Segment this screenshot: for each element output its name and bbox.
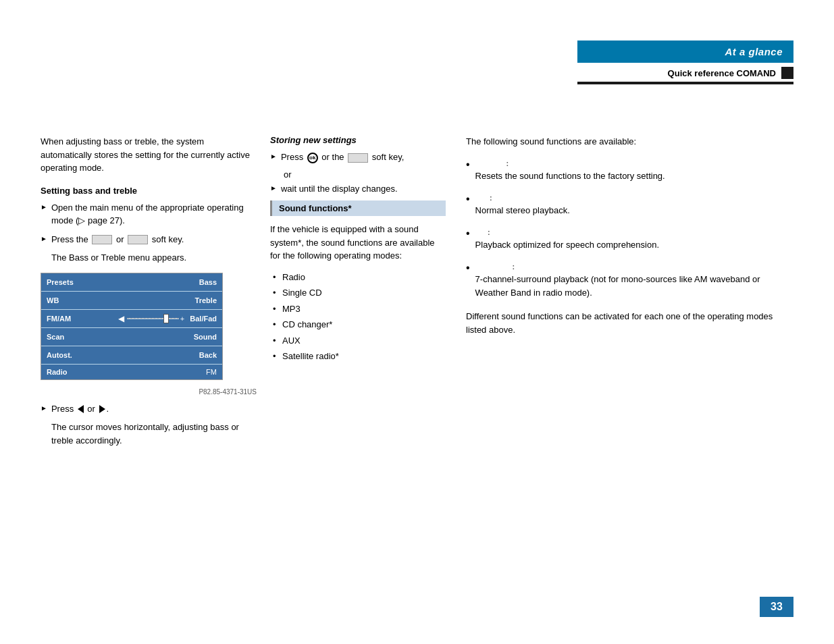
left-arrow-btn: [78, 405, 84, 413]
page-number: 33: [760, 597, 793, 617]
qr-box-decoration: [781, 67, 793, 79]
step3-item: ► Press or .: [41, 402, 257, 416]
right-bullet-3: • : Playback optimized for speech compre…: [466, 225, 793, 252]
intro-text: When adjusting bass or treble, the syste…: [41, 135, 257, 175]
menu-bass-label: Bass: [199, 278, 222, 286]
list-item-aux: AUX: [273, 334, 446, 348]
soft-key-2: [128, 235, 148, 244]
menu-status-fm: FM: [206, 368, 222, 376]
step1-item: ► Open the main menu of the appropriate …: [41, 201, 257, 227]
list-item-satellite: Satellite radio*: [273, 350, 446, 363]
sound-functions-box: Sound functions*: [270, 200, 446, 216]
at-a-glance-bar: At a glance: [577, 41, 793, 63]
arrow-icon-5: ►: [270, 183, 277, 193]
menu-scan-label: Scan: [41, 333, 194, 341]
list-item-mp3: MP3: [273, 302, 446, 316]
image-caption: P82.85-4371-31US: [41, 388, 257, 396]
bullet-dot-3: •: [466, 228, 470, 239]
main-content: When adjusting bass or treble, the syste…: [41, 135, 793, 455]
ok-button-icon: ok: [307, 153, 318, 163]
slider-plus: +: [180, 315, 184, 323]
menu-row-scan: Scan Sound: [41, 328, 222, 346]
list-item-cd-changer: CD changer*: [273, 318, 446, 331]
arrow-icon-1: ►: [41, 202, 47, 212]
arrow-icon-4: ►: [270, 151, 277, 161]
menu-row-fmam: FM/AM ◀ + Bal/Fad: [41, 310, 222, 327]
bullet-dot-4: •: [466, 263, 470, 273]
menu-balfad-label: Bal/Fad: [190, 315, 222, 323]
storing-step2: ► wait until the display changes.: [270, 182, 446, 196]
bullet-dot-1: •: [466, 159, 470, 170]
menu-fmam-label: FM/AM: [41, 315, 113, 323]
right-bullet-2: • : Normal stereo playback.: [466, 191, 793, 217]
right-desc-1: Resets the sound functions to the factor…: [475, 171, 665, 181]
setting-bass-treble-heading: Setting bass and treble: [41, 186, 257, 196]
sound-functions-label: Sound functions*: [279, 203, 352, 213]
soft-key-3: [348, 153, 368, 163]
menu-back-label: Back: [199, 351, 222, 359]
sound-functions-list: Radio Single CD MP3 CD changer* AUX Sate…: [270, 271, 446, 363]
step2-text: Press the or soft key.: [51, 233, 257, 246]
soft-key-1: [92, 235, 112, 244]
storing-step2-text: wait until the display changes.: [281, 182, 446, 196]
right-desc-2: Normal stereo playback.: [475, 205, 570, 215]
at-a-glance-label: At a glance: [725, 46, 783, 57]
list-item-radio: Radio: [273, 271, 446, 284]
right-label-1: :: [475, 159, 509, 167]
middle-column: Storing new settings ► Press ok or the s…: [270, 135, 459, 455]
right-desc-4: 7-channel-surround playback (not for mon…: [475, 274, 760, 298]
storing-step1: ► Press ok or the soft key,: [270, 151, 446, 164]
right-label-3: :: [475, 228, 490, 236]
menu-status-row: Radio FM: [41, 365, 222, 379]
menu-wb-label: WB: [41, 296, 195, 304]
menu-row-presets: Presets Bass: [41, 273, 222, 291]
right-bullet-1: • : Resets the sound functions to the fa…: [466, 157, 793, 183]
right-label-2: :: [475, 194, 492, 202]
right-footer: Different sound functions can be activat…: [466, 310, 793, 336]
menu-display: Presets Bass WB Treble FM/AM ◀ +: [41, 273, 223, 380]
slider-container: ◀ +: [113, 314, 190, 323]
page-container: At a glance Quick reference COMAND When …: [0, 0, 834, 644]
storing-heading: Storing new settings: [270, 135, 446, 145]
menu-sound-label: Sound: [194, 333, 222, 341]
slider-line: [127, 318, 179, 319]
slider-left-arrow: ◀: [118, 314, 124, 323]
right-bullet-4: • : 7-channel-surround playback (not for…: [466, 260, 793, 300]
slider-track: [127, 318, 179, 319]
quick-reference-label: Quick reference COMAND: [668, 68, 776, 78]
right-label-4: :: [475, 263, 515, 271]
arrow-icon-3: ►: [41, 403, 47, 413]
menu-autost-label: Autost.: [41, 351, 199, 359]
list-item-single-cd: Single CD: [273, 286, 446, 300]
right-arrow-btn: [99, 405, 105, 413]
quick-reference-bar: Quick reference COMAND: [577, 64, 793, 84]
menu-row-autost: Autost. Back: [41, 346, 222, 364]
storing-step1-text: Press ok or the soft key,: [281, 151, 446, 164]
step2-note: The Bass or Treble menu appears.: [51, 251, 257, 265]
right-desc-3: Playback optimized for speech comprehens…: [475, 240, 659, 250]
step1-text: Open the main menu of the appropriate op…: [51, 201, 257, 227]
right-column: The following sound functions are availa…: [459, 135, 793, 455]
right-intro: The following sound functions are availa…: [466, 135, 793, 149]
arrow-icon-2: ►: [41, 234, 47, 244]
step3-text: Press or .: [51, 402, 257, 416]
or-text: or: [284, 169, 446, 180]
step2-item: ► Press the or soft key.: [41, 233, 257, 246]
slider-thumb: [163, 314, 169, 323]
menu-status-radio: Radio: [41, 368, 206, 376]
bullet-dot-2: •: [466, 194, 470, 205]
sound-functions-intro: If the vehicle is equipped with a sound …: [270, 223, 446, 263]
header-banner: At a glance Quick reference COMAND: [577, 41, 793, 84]
left-column: When adjusting bass or treble, the syste…: [41, 135, 270, 455]
menu-treble-label: Treble: [195, 296, 222, 304]
menu-presets-label: Presets: [41, 278, 199, 286]
menu-row-wb: WB Treble: [41, 292, 222, 309]
step3-note: The cursor moves horizontally, adjusting…: [51, 421, 257, 447]
